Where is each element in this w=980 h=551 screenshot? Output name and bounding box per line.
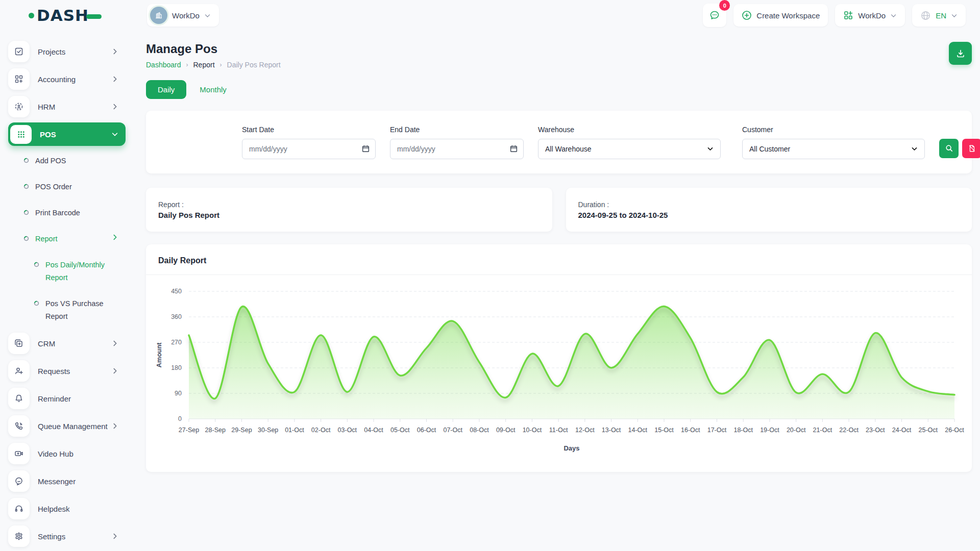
bullet-icon	[23, 236, 29, 241]
report-info-card: Report : Daily Pos Report	[146, 188, 552, 232]
chevron-down-icon	[111, 131, 118, 138]
sidebar-subitem-label: Pos VS Purchase Report	[45, 297, 126, 323]
report-label: Report :	[158, 201, 540, 209]
report-value: Daily Pos Report	[158, 211, 540, 219]
reset-filter-button[interactable]	[962, 139, 980, 158]
chevron-right-icon	[111, 340, 118, 347]
pos-icon	[10, 125, 32, 144]
create-workspace-label: Create Workspace	[756, 11, 820, 20]
calendar-icon[interactable]	[361, 144, 370, 153]
phone-call-icon	[8, 415, 30, 437]
sidebar-item-messenger[interactable]: Messenger	[8, 467, 126, 495]
tab-daily[interactable]: Daily	[146, 80, 186, 99]
sidebar-item-crm[interactable]: CRM	[8, 330, 126, 357]
chevron-right-icon	[111, 103, 118, 110]
download-button[interactable]	[949, 42, 972, 65]
chevron-right-icon	[111, 422, 118, 430]
svg-text:90: 90	[175, 390, 182, 397]
svg-text:270: 270	[171, 339, 182, 346]
end-date-input[interactable]	[390, 139, 524, 159]
customer-select[interactable]: All Customer	[742, 139, 925, 159]
sidebar-item-label: Projects	[38, 47, 111, 56]
svg-text:16-Oct: 16-Oct	[681, 427, 700, 434]
chevron-down-icon	[707, 145, 714, 152]
svg-text:14-Oct: 14-Oct	[628, 427, 648, 434]
search-icon	[945, 144, 953, 153]
svg-text:22-Oct: 22-Oct	[839, 427, 859, 434]
chevron-right-icon	[111, 234, 118, 241]
calendar-icon[interactable]	[509, 144, 518, 153]
duration-value: 2024-09-25 to 2024-10-25	[578, 211, 960, 219]
sidebar-item-label: CRM	[38, 339, 111, 348]
svg-text:13-Oct: 13-Oct	[602, 427, 621, 434]
sidebar-item-reminder[interactable]: Reminder	[8, 385, 126, 412]
sidebar-subitem-pos-order[interactable]: POS Order	[8, 174, 126, 200]
sidebar-subitem-print-barcode[interactable]: Print Barcode	[8, 200, 126, 226]
sidebar-item-queue-management[interactable]: Queue Management	[8, 412, 126, 440]
breadcrumb: Dashboard › Report › Daily Pos Report	[146, 61, 281, 69]
messages-button[interactable]: 0	[703, 4, 726, 27]
sidebar-subitem-report[interactable]: Report	[8, 226, 126, 252]
sidebar-item-requests[interactable]: Requests	[8, 357, 126, 385]
logo-text: DASH	[37, 6, 89, 24]
crm-icon	[8, 333, 30, 354]
breadcrumb-report[interactable]: Report	[193, 61, 215, 69]
headset-icon	[8, 498, 30, 519]
svg-text:0: 0	[178, 415, 182, 422]
customer-field-group: Customer All Customer	[742, 126, 925, 159]
language-selector[interactable]: EN	[912, 4, 966, 27]
svg-text:450: 450	[171, 288, 182, 295]
grid-plus-icon	[843, 10, 853, 20]
warehouse-select[interactable]: All Warehouse	[538, 139, 721, 159]
sidebar-subitem-add-pos[interactable]: Add POS	[8, 148, 126, 174]
bullet-icon	[34, 262, 39, 267]
tab-monthly[interactable]: Monthly	[200, 85, 227, 94]
svg-text:02-Oct: 02-Oct	[311, 427, 331, 434]
sidebar-item-hrm[interactable]: HRM	[8, 93, 126, 120]
chart-title: Daily Report	[146, 244, 972, 275]
sidebar-item-video-hub[interactable]: Video Hub	[8, 440, 126, 467]
workspace-avatar	[150, 7, 167, 24]
sidebar-subitem-label: Pos Daily/Monthly Report	[45, 259, 126, 284]
account-menu-button[interactable]: WorkDo	[835, 4, 905, 27]
create-workspace-button[interactable]: Create Workspace	[733, 4, 828, 27]
sidebar-subitem-pos-daily-monthly-report[interactable]: Pos Daily/Monthly Report	[8, 252, 126, 291]
sidebar-item-label: Helpdesk	[38, 505, 126, 513]
duration-label: Duration :	[578, 201, 960, 209]
svg-text:03-Oct: 03-Oct	[338, 427, 357, 434]
bullet-icon	[23, 210, 29, 215]
chevron-down-icon	[204, 12, 211, 19]
sidebar-item-projects[interactable]: Projects	[8, 38, 126, 65]
warehouse-select-value: All Warehouse	[545, 145, 592, 153]
video-camera-icon	[8, 443, 30, 464]
accounting-icon	[8, 68, 30, 90]
svg-text:17-Oct: 17-Oct	[707, 427, 727, 434]
sidebar-item-label: Messenger	[38, 477, 126, 486]
logo-dash-icon	[86, 14, 102, 19]
logo[interactable]: DASH	[0, 6, 132, 24]
customer-select-value: All Customer	[749, 145, 790, 153]
bell-icon	[8, 388, 30, 409]
sidebar-subitem-pos-vs-purchase-report[interactable]: Pos VS Purchase Report	[8, 291, 126, 330]
sidebar-item-pos[interactable]: POS	[8, 122, 126, 146]
projects-icon	[8, 41, 30, 62]
svg-text:01-Oct: 01-Oct	[285, 427, 304, 434]
warehouse-field-group: Warehouse All Warehouse	[538, 126, 721, 159]
warehouse-label: Warehouse	[538, 126, 721, 134]
chevron-down-icon	[911, 145, 918, 152]
workspace-selector[interactable]: WorkDo	[147, 4, 219, 27]
svg-text:Amount: Amount	[155, 342, 163, 368]
sidebar-item-accounting[interactable]: Accounting	[8, 65, 126, 93]
svg-text:21-Oct: 21-Oct	[813, 427, 832, 434]
sidebar-item-label: Queue Management	[38, 422, 111, 431]
building-icon	[154, 11, 163, 20]
svg-text:08-Oct: 08-Oct	[470, 427, 489, 434]
sidebar-item-settings[interactable]: Settings	[8, 522, 126, 550]
search-button[interactable]	[939, 139, 959, 158]
svg-text:23-Oct: 23-Oct	[866, 427, 885, 434]
breadcrumb-dashboard[interactable]: Dashboard	[146, 61, 181, 69]
start-date-input[interactable]	[242, 139, 376, 159]
sidebar-item-helpdesk[interactable]: Helpdesk	[8, 495, 126, 522]
svg-text:12-Oct: 12-Oct	[575, 427, 595, 434]
download-icon	[955, 48, 966, 59]
